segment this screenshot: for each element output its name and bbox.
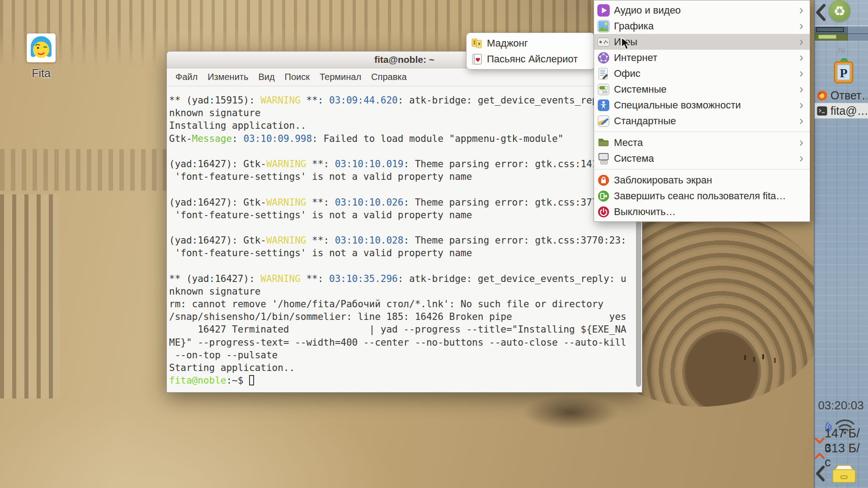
wallpaper-colonnade-left: [0, 194, 60, 399]
terminal-window[interactable]: fita@noble: ~ ФайлИзменитьВидПоискТермин…: [166, 51, 642, 393]
submenu-arrow-icon: ›: [799, 99, 807, 111]
workspace-2[interactable]: [848, 27, 868, 33]
terminal-line: nknown signature: [169, 285, 642, 298]
terminal-menu-item[interactable]: Терминал: [315, 72, 366, 82]
workspace-window-preview: [818, 35, 836, 39]
terminal-line: nknown signature: [169, 107, 642, 119]
wallpaper-shadow: [524, 396, 618, 429]
terminal-menu-item[interactable]: Справка: [366, 72, 411, 82]
wallpaper-people: [744, 355, 746, 360]
desktop-icon-fita[interactable]: Fita: [16, 33, 66, 80]
terminal-line: rm: cannot remove '/home/fita/Рабочий ст…: [169, 298, 642, 310]
desktop-icon-label: Fita: [16, 67, 66, 80]
panel-expand-chevron-icon[interactable]: [815, 465, 826, 481]
download-arrow-icon: [815, 437, 825, 444]
apps-menu-item[interactable]: Специальные возможности›: [594, 97, 810, 113]
terminal-line: [169, 145, 642, 158]
submenu-item[interactable]: Пасьянс Айслериот: [468, 51, 593, 67]
apps-menu-item[interactable]: Офис›: [594, 66, 810, 81]
terminal-line: 'font-feature-settings' is not a valid p…: [169, 170, 642, 183]
terminal-line: Gtk-Message: 03:10:09.998: Failed to loa…: [169, 132, 642, 145]
window-list-item[interactable]: Ответ…: [815, 88, 868, 103]
apps-menu-item[interactable]: Стандартные›: [594, 113, 810, 129]
terminal-menu-item[interactable]: Изменить: [203, 72, 253, 82]
clock: 03:20:03: [814, 399, 868, 413]
terminal-line: 16427 Terminated | yad --progress --titl…: [169, 323, 642, 336]
mate-menu-icon[interactable]: ♻: [829, 0, 850, 22]
submenu-arrow-icon: ›: [799, 4, 807, 16]
system-icon: [597, 152, 610, 165]
window-title: Ответ…: [830, 89, 867, 102]
terminal-line: (yad:16427): Gtk-WARNING **: 03:10:10.02…: [169, 234, 642, 247]
apps-menu-item[interactable]: Аудио и видео›: [594, 2, 810, 18]
keyboard-layout-indicator[interactable]: ru: [815, 46, 868, 54]
submenu-arrow-icon: ›: [799, 52, 807, 64]
submenu-arrow-icon: ›: [799, 83, 807, 95]
window-list-item[interactable]: fita@…: [815, 103, 868, 118]
firefox-icon: [816, 90, 828, 101]
terminal-menu-item[interactable]: Вид: [253, 72, 279, 82]
workspace-4[interactable]: [848, 34, 868, 41]
terminal-menu-item[interactable]: Поиск: [280, 72, 315, 82]
apps-menu-item[interactable]: Места›: [594, 135, 810, 150]
apps-menu-item[interactable]: Выключить…: [594, 204, 810, 220]
apps-menu-item[interactable]: Интернет›: [594, 50, 810, 66]
terminal-line: /snap/shisensho/1/bin/sommelier: line 18…: [169, 310, 642, 323]
terminal-window-icon: [816, 105, 828, 117]
shutdown-icon: [597, 206, 610, 218]
terminal-line: (yad:16427): Gtk-WARNING **: 03:10:10.01…: [169, 158, 642, 170]
submenu-arrow-icon: ›: [799, 36, 807, 48]
games-submenu: МаджонгПасьянс Айслериот: [466, 33, 595, 70]
submenu-arrow-icon: ›: [799, 152, 807, 164]
workspace-3[interactable]: [815, 34, 847, 41]
lock-screen-icon: [597, 174, 610, 187]
terminal-line: 'font-feature-settings' is not a valid p…: [169, 209, 642, 221]
logout-icon: [597, 190, 610, 202]
terminal-scrollbar[interactable]: [636, 221, 641, 387]
desktop: Fita fita@noble: ~ ФайлИзменитьВидПоискТ…: [0, 0, 868, 488]
terminal-line: Starting application..: [169, 361, 642, 374]
terminal-output[interactable]: ** (yad:15915): WARNING **: 03:09:44.620…: [167, 87, 642, 392]
terminal-line: Installing application..: [169, 119, 642, 132]
workspace-switcher[interactable]: [815, 27, 868, 41]
graphics-icon: [597, 20, 610, 33]
applications-menu: Аудио и видео›Графика›Игры›Интернет›Офис…: [594, 0, 810, 222]
terminal-line: ** (yad:16427): WARNING **: 03:10:35.296…: [169, 272, 642, 285]
upload-arrow-icon: [815, 452, 825, 459]
internet-icon: [597, 52, 610, 64]
window-title: fita@…: [830, 104, 867, 117]
panel-collapse-chevron-icon[interactable]: [815, 4, 826, 20]
fita-avatar-icon: [27, 33, 56, 62]
terminal-line: [169, 221, 642, 234]
terminal-cursor: [249, 375, 254, 385]
terminal-line: 'font-feature-settings' is not a valid p…: [169, 247, 642, 259]
submenu-item[interactable]: Маджонг: [468, 35, 593, 51]
apps-menu-item[interactable]: Системные›: [594, 81, 810, 97]
submenu-arrow-icon: ›: [799, 20, 807, 32]
terminal-line: [169, 183, 642, 196]
apps-menu-item[interactable]: Завершить сеанс пользователя fita…: [594, 188, 810, 204]
apps-menu-item[interactable]: Система›: [594, 150, 810, 166]
workspace-1[interactable]: [815, 27, 847, 33]
menu-separator: [594, 169, 809, 169]
mahjongg-icon: [471, 38, 483, 49]
office-icon: [597, 67, 610, 80]
aisleriot-icon: [471, 53, 483, 65]
playonlinux-icon[interactable]: P: [833, 57, 854, 84]
apps-menu-item[interactable]: Заблокировать экран: [594, 172, 810, 188]
menu-item-label: Системные: [614, 84, 667, 95]
menu-item-label: Выключить…: [614, 206, 676, 218]
menu-item-label: Аудио и видео: [614, 5, 681, 16]
menu-item-label: Стандартные: [614, 115, 676, 127]
apps-menu-item[interactable]: Графика›: [594, 18, 810, 34]
terminal-line: --on-top --pulsate: [169, 349, 642, 361]
terminal-line: ME}" --progress-text= --width=400 --cent…: [169, 336, 642, 349]
submenu-arrow-icon: ›: [799, 67, 807, 80]
file-drawer-icon[interactable]: [831, 464, 857, 484]
svg-text:P: P: [840, 66, 847, 80]
terminal-menu-item[interactable]: Файл: [170, 72, 203, 82]
accessibility-icon: [597, 99, 610, 112]
places-icon: [597, 136, 610, 149]
workspace-window-preview: [816, 27, 844, 32]
terminal-line: fita@noble:~$: [169, 374, 642, 387]
